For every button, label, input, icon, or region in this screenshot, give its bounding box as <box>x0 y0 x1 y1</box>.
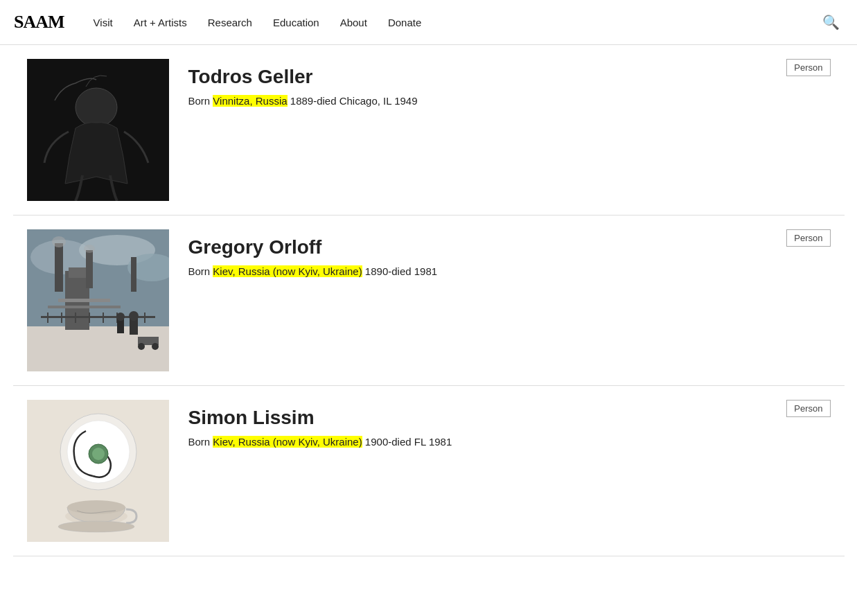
result-name[interactable]: Todros Geller <box>188 66 831 88</box>
dates: 1890-died 1981 <box>362 265 437 277</box>
svg-rect-11 <box>86 250 93 288</box>
result-badge: Person <box>786 400 830 417</box>
result-badge: Person <box>786 59 830 76</box>
result-item: Simon Lissim Born Kiev, Russia (now Kyiv… <box>13 386 845 556</box>
result-bio: Born Kiev, Russia (now Kyiv, Ukraine) 19… <box>188 436 831 448</box>
result-image-todros-geller[interactable] <box>27 59 169 201</box>
born-label: Born <box>188 265 211 277</box>
svg-point-39 <box>67 500 125 514</box>
results-list: Todros Geller Born Vinnitza, Russia 1889… <box>13 45 845 556</box>
result-bio: Born Kiev, Russia (now Kyiv, Ukraine) 18… <box>188 265 831 277</box>
svg-point-37 <box>92 448 105 460</box>
dates: 1889-died Chicago, IL 1949 <box>288 95 418 107</box>
nav-visit[interactable]: Visit <box>85 11 121 34</box>
result-content-simon-lissim: Simon Lissim Born Kiev, Russia (now Kyiv… <box>188 400 831 448</box>
svg-point-14 <box>84 245 95 253</box>
nav-about[interactable]: About <box>332 11 376 34</box>
result-name[interactable]: Gregory Orloff <box>188 236 831 258</box>
result-item: Todros Geller Born Vinnitza, Russia 1889… <box>13 45 845 215</box>
result-badge: Person <box>786 229 830 247</box>
svg-rect-9 <box>69 267 86 278</box>
svg-rect-16 <box>48 306 121 308</box>
born-label: Born <box>188 436 211 448</box>
svg-point-13 <box>52 236 66 247</box>
site-logo[interactable]: SAAM <box>14 12 64 33</box>
result-image-gregory-orloff[interactable] <box>27 229 169 371</box>
svg-rect-12 <box>131 257 136 292</box>
svg-point-32 <box>152 343 159 350</box>
svg-point-29 <box>129 311 139 321</box>
search-icon: 🔍 <box>822 15 840 30</box>
result-bio: Born Vinnitza, Russia 1889-died Chicago,… <box>188 95 831 107</box>
born-label: Born <box>188 95 211 107</box>
main-nav: Visit Art + Artists Research Education A… <box>85 11 430 34</box>
nav-donate[interactable]: Donate <box>380 11 430 34</box>
search-button[interactable]: 🔍 <box>819 10 843 34</box>
result-item: Gregory Orloff Born Kiev, Russia (now Ky… <box>13 215 845 386</box>
site-header: SAAM Visit Art + Artists Research Educat… <box>0 0 857 45</box>
result-image-simon-lissim[interactable] <box>27 400 169 542</box>
birthplace-highlight: Kiev, Russia (now Kyiv, Ukraine) <box>213 436 362 448</box>
nav-art-artists[interactable]: Art + Artists <box>125 11 195 34</box>
svg-point-27 <box>116 313 125 321</box>
result-name[interactable]: Simon Lissim <box>188 407 831 429</box>
header-left: SAAM Visit Art + Artists Research Educat… <box>14 11 430 34</box>
svg-rect-15 <box>58 299 110 302</box>
logo-text: SAAM <box>14 12 64 32</box>
dates: 1900-died FL 1981 <box>362 436 452 448</box>
svg-point-40 <box>58 521 134 532</box>
birthplace-highlight: Vinnitza, Russia <box>213 95 287 107</box>
svg-point-31 <box>138 343 145 350</box>
svg-rect-7 <box>27 326 169 371</box>
svg-point-1 <box>76 88 117 127</box>
result-content-gregory-orloff: Gregory Orloff Born Kiev, Russia (now Ky… <box>188 229 831 277</box>
svg-rect-10 <box>55 243 63 292</box>
birthplace-highlight: Kiev, Russia (now Kyiv, Ukraine) <box>213 265 362 277</box>
nav-research[interactable]: Research <box>200 11 260 34</box>
result-content-todros-geller: Todros Geller Born Vinnitza, Russia 1889… <box>188 59 831 107</box>
nav-education[interactable]: Education <box>265 11 328 34</box>
